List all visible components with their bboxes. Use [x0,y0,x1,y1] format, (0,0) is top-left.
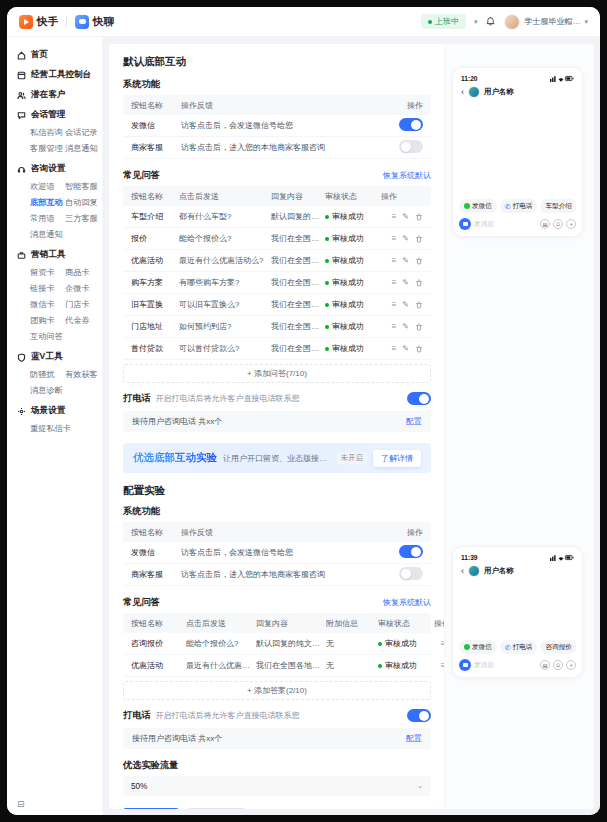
sidebar-item-effective-leads[interactable]: 有效获客 [65,367,100,383]
divider [66,16,67,28]
sidebar-item-store-card[interactable]: 门店卡 [65,297,100,313]
sidebar-item-voucher[interactable]: 代金券 [65,313,100,329]
sidebar-item-home[interactable]: 首页 [7,45,102,65]
sidebar-item-interactive-qa[interactable]: 互动问答 [30,329,65,345]
delete-icon[interactable] [415,323,423,331]
delete-icon[interactable] [415,345,423,353]
drag-icon[interactable]: ≡ [392,213,397,221]
sidebar-item-common-phrases[interactable]: 常用语 [30,211,65,227]
sidebar-item-console[interactable]: 经营工具控制台 [7,65,102,85]
exp-wechat-toggle[interactable] [399,545,423,558]
sidebar-item-msg-notify-1[interactable]: 消息通知 [65,141,100,157]
status-dot-icon [325,281,329,285]
add-question-button[interactable]: + 添加问答(7/10) [123,364,431,383]
learn-more-button[interactable]: 了解详情 [373,450,421,467]
chip-faq[interactable]: 车型介绍 [540,199,576,213]
sidebar-item-link-card[interactable]: 链接卡 [30,281,65,297]
sidebar-item-cs-mgmt[interactable]: 客服管理 [30,141,65,157]
sidebar-item-repush-card[interactable]: 重提私信卡 [30,421,71,437]
config-restore-default-link[interactable]: 恢复系统默认 [383,597,431,608]
edit-icon[interactable]: ✎ [402,279,409,287]
quick-chips-row: 发微信 ✆打电话 车型介绍 报价 优惠… [459,199,576,213]
sidebar-item-welcome[interactable]: 欢迎语 [30,179,65,195]
back-chevron-icon[interactable]: ‹ [461,567,464,576]
merchant-avatar [459,218,471,230]
back-chevron-icon[interactable]: ‹ [461,88,464,97]
exp-phone-call-toggle[interactable] [407,709,431,722]
notification-bell-icon[interactable] [485,16,496,27]
delete-icon[interactable] [415,257,423,265]
status-caret-icon[interactable]: ▾ [474,18,478,26]
edit-icon[interactable]: ✎ [402,301,409,309]
drag-icon[interactable]: ≡ [392,301,397,309]
faq-row: 旧车置换可以旧车置换么?我们在全国各地都有合作的门店，您可以就… 审核成功 ≡✎ [123,294,431,316]
sidebar-item-wechat-card[interactable]: 微信卡 [30,297,65,313]
config-link[interactable]: 配置 [406,416,422,427]
exp-config-link[interactable]: 配置 [406,733,422,744]
add-answer-button[interactable]: + 添加答案(2/10) [123,681,431,700]
drag-icon[interactable]: ≡ [392,279,397,287]
sidebar-item-session-log[interactable]: 会话记录 [65,125,100,141]
drag-icon[interactable]: ≡ [392,257,397,265]
delete-icon[interactable] [415,213,423,221]
restore-default-link[interactable]: 恢复系统默认 [383,170,431,181]
sidebar-collapse-icon[interactable]: ⊟ [17,799,25,809]
status-dot-icon [325,237,329,241]
emoji-icon[interactable]: ☺ [553,219,563,229]
chip-call[interactable]: ✆打电话 [500,199,538,213]
image-icon[interactable]: ⊞ [540,219,550,229]
sidebar-item-wecom-card[interactable]: 企微卡 [65,281,100,297]
sidebar-item-session-mgmt[interactable]: 会话管理 [7,105,102,125]
brand-kuailiao[interactable]: 快聊 [75,15,114,29]
status-bar-icons [550,554,574,561]
sidebar-item-lead-card[interactable]: 留资卡 [30,265,65,281]
sidebar-item-product-card[interactable]: 商品卡 [65,265,100,281]
edit-icon[interactable]: ✎ [402,323,409,331]
chip-faq[interactable]: 咨询报价 [540,640,576,654]
sidebar-item-private-msg[interactable]: 私信咨询 [30,125,65,141]
chip-send-wechat[interactable]: 发微信 [459,640,497,654]
drag-icon[interactable]: ≡ [392,345,397,353]
emoji-icon[interactable]: ☺ [553,660,563,670]
edit-icon[interactable]: ✎ [402,257,409,265]
status-dot-icon [378,642,382,646]
exp-merchant-cs-toggle[interactable] [399,567,423,580]
phone-call-toggle[interactable] [407,392,431,405]
edit-icon[interactable]: ✎ [402,345,409,353]
edit-icon[interactable]: ✎ [402,235,409,243]
sidebar-item-third-party-cs[interactable]: 三方客服 [65,211,100,227]
message-input[interactable]: 发消息 [474,661,537,670]
sidebar-item-bottom-interaction[interactable]: 底部互动 [30,195,65,211]
delete-icon[interactable] [415,279,423,287]
plus-icon[interactable]: ＋ [566,660,576,670]
drag-icon[interactable]: ≡ [392,235,397,243]
sidebar-item-scene-settings[interactable]: 场景设置 [7,401,102,421]
cancel-config-button[interactable]: 取消配置 [187,808,245,809]
sidebar-item-marketing-tools[interactable]: 营销工具 [7,245,102,265]
sidebar-item-leads[interactable]: 潜在客户 [7,85,102,105]
brand-kuaishou[interactable]: 快手 [19,15,58,29]
wechat-toggle[interactable] [399,118,423,131]
plus-icon[interactable]: ＋ [566,219,576,229]
chip-send-wechat[interactable]: 发微信 [459,199,497,213]
sidebar-item-consult-settings[interactable]: 咨询设置 [7,159,102,179]
sidebar-item-anti-harassment[interactable]: 防骚扰 [30,367,65,383]
start-experiment-button[interactable]: 开启实验 [123,808,179,809]
user-menu[interactable]: 学士服毕业帽… ▾ [504,14,588,30]
sidebar-item-msg-notify-2[interactable]: 消息通知 [30,227,65,243]
delete-icon[interactable] [415,235,423,243]
sidebar-item-bluev-tools[interactable]: 蓝V工具 [7,347,102,367]
drag-icon[interactable]: ≡ [392,323,397,331]
merchant-cs-toggle[interactable] [399,140,423,153]
message-input[interactable]: 发消息 [474,220,537,229]
chip-call[interactable]: ✆打电话 [500,640,538,654]
sidebar-item-group-card[interactable]: 团购卡 [30,313,65,329]
sidebar-item-smart-cs[interactable]: 智能客服 [65,179,100,195]
sidebar-item-msg-diagnosis[interactable]: 消息诊断 [30,383,65,399]
sidebar-item-auto-reply[interactable]: 自动回复 [65,195,100,211]
image-icon[interactable]: ⊞ [540,660,550,670]
traffic-select[interactable]: 50% ⌄ [123,776,431,796]
work-status-badge[interactable]: 上班中 [421,14,466,29]
edit-icon[interactable]: ✎ [402,213,409,221]
delete-icon[interactable] [415,301,423,309]
